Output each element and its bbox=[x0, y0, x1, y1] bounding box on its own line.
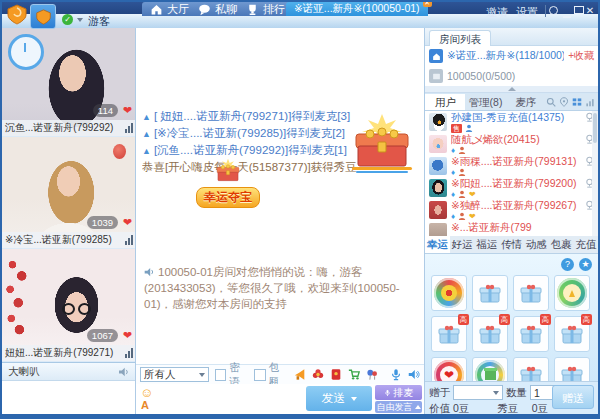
favorite-star-button[interactable]: ★ bbox=[579, 258, 592, 271]
free-speak-button[interactable]: 自由发言 bbox=[375, 401, 422, 413]
user-row[interactable]: ※...诺亚新舟(799 bbox=[425, 221, 598, 236]
settings-button[interactable]: 设置 bbox=[516, 5, 538, 20]
gift-item-ingot-medal[interactable] bbox=[554, 275, 590, 311]
gift-tab-lucky[interactable]: 幸运 bbox=[425, 236, 450, 253]
ingot-medal-icon bbox=[557, 278, 587, 308]
member-tab-tools bbox=[546, 94, 598, 110]
user-row[interactable]: ※阳妞....诺亚新舟(799200) ♦ ❤ bbox=[425, 177, 598, 199]
flower-icon[interactable] bbox=[312, 368, 324, 381]
tab-mic-queue[interactable]: 麦序 bbox=[506, 94, 546, 110]
gift-item-box-high[interactable]: 高 bbox=[431, 316, 467, 352]
queue-mic-button[interactable]: 排麦 bbox=[375, 385, 422, 400]
gift-item-flower-medal[interactable] bbox=[431, 275, 467, 311]
gift-tab-goodluck[interactable]: 好运 bbox=[450, 236, 475, 253]
send-button[interactable]: 发送 bbox=[306, 386, 372, 411]
heart-icon[interactable]: ❤ bbox=[123, 216, 132, 229]
online-status-icon[interactable]: ✓ bbox=[62, 14, 73, 25]
close-button[interactable]: ✕ bbox=[584, 6, 596, 16]
heart-icon[interactable]: ❤ bbox=[123, 329, 132, 342]
skin-icon[interactable] bbox=[549, 6, 558, 15]
bean-amount: 0豆 bbox=[532, 402, 548, 416]
horn-icon[interactable] bbox=[294, 368, 306, 381]
gift-item-box[interactable] bbox=[513, 357, 549, 381]
bean-label: 秀豆 bbox=[497, 402, 518, 416]
user-row[interactable]: ※雨稞....诺亚新舟(799131) ♦ bbox=[425, 155, 598, 177]
status-caret-icon[interactable] bbox=[77, 18, 83, 22]
locate-pin-icon[interactable] bbox=[559, 97, 569, 107]
gift-item-box-high[interactable]: 高 bbox=[472, 316, 508, 352]
gift-item-box-high[interactable]: 高 bbox=[554, 316, 590, 352]
give-to-label: 赠于 bbox=[429, 386, 450, 400]
lantern-decor bbox=[113, 144, 126, 159]
user-row[interactable]: ※独醉....诺亚新舟(799267) ♦ ❤ bbox=[425, 199, 598, 221]
free-speak-label: 自由发言 bbox=[377, 401, 413, 414]
tab-ranking[interactable]: 排行 bbox=[238, 2, 293, 16]
red-packet-icon[interactable] bbox=[330, 368, 342, 381]
user-avatar[interactable] bbox=[30, 4, 56, 29]
gold-heart-icon: ❤ bbox=[469, 212, 476, 221]
tab-users[interactable]: 用户(118) bbox=[425, 94, 465, 110]
signal-icon[interactable] bbox=[585, 97, 595, 107]
tab-room-active[interactable]: ※诺亚...新舟※(100050-01) ✕ bbox=[286, 2, 428, 16]
minimize-button[interactable] bbox=[563, 10, 571, 18]
gift-box-icon bbox=[519, 282, 543, 304]
welcome-text: 100050-01房间对您悄悄的说：嗨，游客(2013433053)，等您很久了… bbox=[144, 266, 400, 310]
scrollbar-thumb[interactable] bbox=[593, 113, 597, 143]
gift-item-box-high[interactable]: 高 bbox=[513, 316, 549, 352]
gift-item-box[interactable] bbox=[513, 275, 549, 311]
user-row[interactable]: 随航乄烯欲(20415) ♦ bbox=[425, 133, 598, 155]
send-target-select[interactable]: 所有人 bbox=[140, 367, 209, 382]
viewer-count-badge: 1039 bbox=[87, 216, 118, 229]
font-style-icon[interactable]: A bbox=[141, 399, 149, 411]
cart-icon[interactable] bbox=[348, 368, 360, 381]
gift-tab-bag[interactable]: 包裹 bbox=[549, 236, 574, 253]
user-row[interactable]: 孙建国-秀豆充值(14375) 售 bbox=[425, 111, 598, 133]
search-icon[interactable] bbox=[546, 97, 556, 107]
tab-admins[interactable]: 管理(8) bbox=[465, 94, 505, 110]
user-badges: ♦ ❤ bbox=[451, 212, 581, 221]
tab-hall[interactable]: 大厅 bbox=[142, 2, 197, 16]
user-list-scrollbar[interactable] bbox=[592, 111, 598, 236]
mic-icon[interactable] bbox=[390, 368, 402, 381]
glasses-decor bbox=[78, 303, 91, 315]
balloon-icon[interactable] bbox=[366, 368, 378, 381]
speaker-icon[interactable] bbox=[408, 368, 420, 381]
speaker-icon[interactable] bbox=[118, 367, 130, 377]
list-view-icon[interactable] bbox=[572, 97, 582, 107]
invite-button[interactable]: 邀请 bbox=[486, 5, 508, 20]
gift-item-heart-medal[interactable]: ❤ bbox=[431, 357, 467, 381]
gift-item-gift-medal[interactable] bbox=[472, 357, 508, 381]
gift-box-icon bbox=[519, 323, 543, 345]
megaphone-header: 大喇叭 bbox=[2, 363, 135, 381]
video-panel-1[interactable]: 114 ❤ 沉鱼...诺亚新舟(799292) bbox=[2, 28, 135, 136]
room-list-tab[interactable]: 房间列表 bbox=[429, 30, 491, 46]
help-button[interactable]: ? bbox=[561, 258, 574, 271]
gift-tab-recharge[interactable]: 充值 bbox=[573, 236, 598, 253]
gift-grid: 高 高 高 高 ❤ bbox=[431, 275, 590, 381]
gift-tab-fortune[interactable]: 福运 bbox=[474, 236, 499, 253]
collapse-bar[interactable] bbox=[425, 86, 598, 93]
gift-tab-romance[interactable]: 传情 bbox=[499, 236, 524, 253]
message-input[interactable] bbox=[154, 384, 302, 414]
video-panel-3[interactable]: 1067 ❤ 妞妞...诺亚新舟(799271) bbox=[2, 249, 135, 361]
send-gift-button[interactable]: 赠送 bbox=[552, 385, 594, 409]
gift-item-box[interactable] bbox=[472, 275, 508, 311]
emoji-picker-icon[interactable]: ☺ bbox=[140, 385, 153, 400]
room-tab-close-icon[interactable]: ✕ bbox=[423, 0, 432, 7]
app-window: ✓ 游客 大厅 私聊 排行 ※诺亚...新舟※(100050-01) ✕ 邀请 … bbox=[0, 0, 600, 419]
video-column: 114 ❤ 沉鱼...诺亚新舟(799292) 1039 ❤ ※冷宝...诺亚新… bbox=[2, 28, 135, 414]
heart-icon[interactable]: ❤ bbox=[123, 104, 132, 117]
room-row-current[interactable]: ※诺亚...新舟※(118/1000) +收藏 bbox=[425, 46, 598, 66]
tab-ranking-label: 排行 bbox=[263, 2, 285, 17]
video-panel-2[interactable]: 1039 ❤ ※冷宝...诺亚新(799285) bbox=[2, 137, 135, 248]
add-favorite-button[interactable]: +收藏 bbox=[568, 49, 594, 63]
room-row-parent[interactable]: 100050(0/500) bbox=[425, 66, 598, 86]
user-name: 随航乄烯欲(20415) bbox=[451, 134, 581, 145]
quantity-value: 1 bbox=[534, 387, 540, 399]
gift-tab-dynamic[interactable]: 动感 bbox=[524, 236, 549, 253]
send-options-caret-icon[interactable] bbox=[351, 397, 357, 401]
give-to-select[interactable] bbox=[453, 385, 503, 400]
maximize-button[interactable] bbox=[574, 6, 584, 14]
tab-private-chat[interactable]: 私聊 bbox=[190, 2, 245, 16]
gift-item-box[interactable] bbox=[554, 357, 590, 381]
